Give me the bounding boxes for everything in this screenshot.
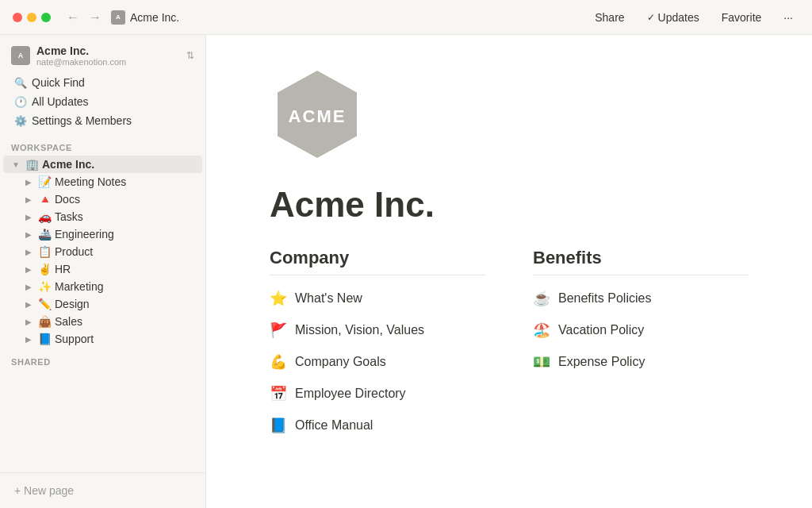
workspace-header[interactable]: A Acme Inc. nate@makenotion.com ⇅ bbox=[0, 35, 205, 70]
sales-icon: 👜 bbox=[38, 315, 52, 328]
titlebar: ← → A Acme Inc. Share ✓ Updates Favorite… bbox=[0, 0, 812, 35]
link-expense-policy[interactable]: 💵 Expense Policy bbox=[533, 352, 749, 372]
sidebar-item-tasks-label: Tasks bbox=[55, 210, 83, 223]
traffic-lights bbox=[13, 13, 51, 22]
hr-icon: ✌️ bbox=[38, 263, 52, 275]
sidebar-item-acme-label: Acme Inc. bbox=[42, 158, 94, 171]
sidebar-item-hr[interactable]: ▶ ✌️ HR bbox=[3, 260, 202, 278]
nav-buttons: ← → bbox=[63, 10, 105, 25]
traffic-light-close[interactable] bbox=[13, 13, 22, 22]
new-page-button[interactable]: + New page bbox=[3, 479, 202, 502]
chevron-right-icon: ▶ bbox=[22, 178, 35, 187]
favorite-button[interactable]: Favorite bbox=[715, 8, 768, 27]
star-icon: ⭐ bbox=[270, 290, 287, 307]
sidebar-item-product-label: Product bbox=[55, 245, 93, 258]
sidebar: A Acme Inc. nate@makenotion.com ⇅ 🔍 Quic… bbox=[0, 35, 206, 508]
sidebar-item-tasks[interactable]: ▶ 🚗 Tasks bbox=[3, 208, 202, 225]
sidebar-item-engineering-label: Engineering bbox=[55, 228, 114, 241]
clock-icon: 🕐 bbox=[14, 96, 27, 108]
sidebar-item-design[interactable]: ▶ ✏️ Design bbox=[3, 295, 202, 313]
sidebar-item-engineering[interactable]: ▶ 🚢 Engineering bbox=[3, 225, 202, 243]
workspace-chevron-icon: ⇅ bbox=[186, 50, 194, 61]
chevron-right-icon: ▶ bbox=[22, 265, 35, 274]
chevron-right-icon: ▶ bbox=[22, 335, 35, 344]
sidebar-item-support-label: Support bbox=[55, 333, 94, 345]
sidebar-item-settings[interactable]: ⚙️ Settings & Members bbox=[3, 111, 202, 130]
page-sections: Company ⭐ What's New 🚩 Mission, Vision, … bbox=[270, 248, 749, 436]
page-cover: ACME bbox=[270, 35, 749, 178]
sidebar-item-hr-label: HR bbox=[55, 263, 71, 275]
sidebar-item-design-label: Design bbox=[55, 298, 90, 310]
workspace-section-label: WORKSPACE bbox=[0, 133, 205, 156]
link-office-manual[interactable]: 📘 Office Manual bbox=[270, 415, 485, 436]
sidebar-item-quick-find[interactable]: 🔍 Quick Find bbox=[3, 73, 202, 92]
link-vacation-policy[interactable]: 🏖️ Vacation Policy bbox=[533, 320, 749, 341]
page-title-area: Acme Inc. bbox=[270, 178, 749, 248]
money-icon: 💵 bbox=[533, 353, 550, 371]
link-whats-new[interactable]: ⭐ What's New bbox=[270, 288, 485, 309]
vacation-policy-label: Vacation Policy bbox=[558, 323, 644, 337]
docs-icon: 🔺 bbox=[38, 193, 52, 206]
muscle-icon: 💪 bbox=[270, 353, 287, 371]
link-company-goals[interactable]: 💪 Company Goals bbox=[270, 352, 485, 372]
company-section-title: Company bbox=[270, 248, 485, 275]
breadcrumb: A Acme Inc. bbox=[111, 10, 219, 25]
workspace-logo: A bbox=[11, 46, 30, 65]
sidebar-item-support[interactable]: ▶ 📘 Support bbox=[3, 330, 202, 348]
design-icon: ✏️ bbox=[38, 298, 52, 310]
sidebar-item-marketing[interactable]: ▶ ✨ Marketing bbox=[3, 278, 202, 295]
benefits-links: ☕ Benefits Policies 🏖️ Vacation Policy 💵… bbox=[533, 288, 749, 372]
shared-section-label: SHARED bbox=[0, 348, 205, 370]
link-benefits-policies[interactable]: ☕ Benefits Policies bbox=[533, 288, 749, 309]
svg-text:ACME: ACME bbox=[289, 106, 347, 126]
main-content: ACME Acme Inc. Company ⭐ What's New 🚩 Mi… bbox=[206, 35, 812, 508]
nav-forward-button[interactable]: → bbox=[86, 10, 105, 25]
workspace-info: A Acme Inc. nate@makenotion.com bbox=[11, 44, 126, 67]
engineering-icon: 🚢 bbox=[38, 228, 52, 241]
sidebar-item-docs[interactable]: ▶ 🔺 Docs bbox=[3, 190, 202, 208]
chevron-right-icon: ▶ bbox=[22, 300, 35, 309]
share-button[interactable]: Share bbox=[588, 8, 630, 27]
chevron-right-icon: ▶ bbox=[22, 195, 35, 204]
whats-new-label: What's New bbox=[295, 291, 362, 306]
book-icon: 📘 bbox=[270, 417, 287, 434]
traffic-light-minimize[interactable] bbox=[27, 13, 36, 22]
acme-icon: 🏢 bbox=[25, 158, 39, 171]
traffic-light-maximize[interactable] bbox=[41, 13, 51, 22]
sidebar-item-product[interactable]: ▶ 📋 Product bbox=[3, 243, 202, 260]
more-button[interactable]: ··· bbox=[777, 8, 799, 27]
company-links: ⭐ What's New 🚩 Mission, Vision, Values 💪… bbox=[270, 288, 485, 436]
office-manual-label: Office Manual bbox=[295, 418, 373, 433]
link-mission-vision[interactable]: 🚩 Mission, Vision, Values bbox=[270, 320, 485, 341]
sidebar-item-acme-inc[interactable]: ▼ 🏢 Acme Inc. bbox=[3, 156, 202, 173]
flag-icon: 🚩 bbox=[270, 321, 287, 339]
sidebar-nav: 🔍 Quick Find 🕐 All Updates ⚙️ Settings &… bbox=[0, 70, 205, 133]
sidebar-item-marketing-label: Marketing bbox=[55, 280, 103, 293]
employee-directory-label: Employee Directory bbox=[295, 387, 406, 401]
link-employee-directory[interactable]: 📅 Employee Directory bbox=[270, 383, 485, 404]
sidebar-item-sales[interactable]: ▶ 👜 Sales bbox=[3, 313, 202, 330]
sidebar-item-all-updates[interactable]: 🕐 All Updates bbox=[3, 92, 202, 111]
nav-back-button[interactable]: ← bbox=[63, 10, 82, 25]
sidebar-item-meeting-notes[interactable]: ▶ 📝 Meeting Notes bbox=[3, 173, 202, 190]
chevron-right-icon: ▶ bbox=[22, 230, 35, 239]
page-title: Acme Inc. bbox=[270, 186, 749, 224]
sidebar-item-label: Quick Find bbox=[32, 76, 85, 89]
chevron-right-icon: ▶ bbox=[22, 318, 35, 326]
header-actions: Share ✓ Updates Favorite ··· bbox=[588, 8, 799, 27]
gear-icon: ⚙️ bbox=[14, 115, 27, 127]
sidebar-item-label: Settings & Members bbox=[32, 114, 132, 127]
product-icon: 📋 bbox=[38, 245, 52, 258]
updates-button[interactable]: ✓ Updates bbox=[641, 8, 706, 27]
chevron-right-icon: ▶ bbox=[22, 283, 35, 291]
sidebar-item-meeting-notes-label: Meeting Notes bbox=[55, 175, 126, 188]
tasks-icon: 🚗 bbox=[38, 210, 52, 223]
mission-vision-label: Mission, Vision, Values bbox=[295, 323, 424, 337]
meeting-notes-icon: 📝 bbox=[38, 175, 52, 188]
benefits-policies-label: Benefits Policies bbox=[558, 291, 651, 306]
expense-policy-label: Expense Policy bbox=[558, 355, 645, 369]
updates-label: Updates bbox=[658, 11, 699, 24]
workspace-text: Acme Inc. nate@makenotion.com bbox=[36, 44, 126, 67]
coffee-icon: ☕ bbox=[533, 290, 550, 307]
company-goals-label: Company Goals bbox=[295, 355, 386, 369]
